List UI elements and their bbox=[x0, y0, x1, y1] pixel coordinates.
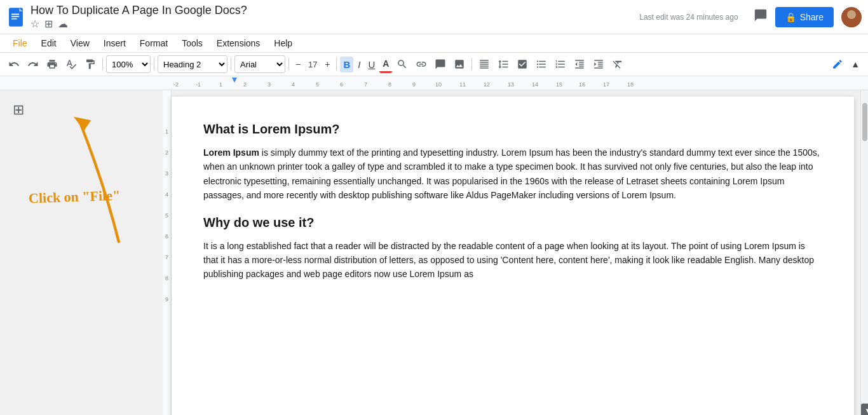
image-button[interactable] bbox=[451, 56, 468, 72]
share-button[interactable]: 🔒 Share bbox=[775, 7, 834, 27]
para-1-rest: is simply dummy text of the printing and… bbox=[203, 147, 820, 200]
menu-tools[interactable]: Tools bbox=[175, 36, 209, 51]
ruler: -2 -1 1 2 3 4 5 6 7 8 9 10 11 12 13 14 1… bbox=[0, 76, 868, 90]
menu-view[interactable]: View bbox=[64, 36, 96, 51]
left-panel: ⊞ 123456789 Click on "File" bbox=[0, 90, 172, 415]
line-spacing-button[interactable] bbox=[494, 56, 512, 72]
svg-text:9: 9 bbox=[412, 81, 416, 88]
scrollbar-thumb[interactable] bbox=[862, 103, 867, 141]
toolbar: 100% 75% 125% Heading 2 Normal text Head… bbox=[0, 53, 868, 76]
svg-text:6: 6 bbox=[340, 81, 343, 88]
menu-extensions[interactable]: Extensions bbox=[210, 36, 266, 51]
main-area: ⊞ 123456789 Click on "File" What is Lore… bbox=[0, 90, 868, 415]
link-button[interactable] bbox=[412, 56, 430, 72]
menu-insert[interactable]: Insert bbox=[97, 36, 132, 51]
zoom-select[interactable]: 100% 75% 125% bbox=[106, 55, 151, 73]
document-content: What is Lorem Ipsum? Lorem Ipsum is simp… bbox=[203, 122, 822, 282]
title-area: How To Duplicate A Page In Google Docs? … bbox=[31, 4, 634, 30]
para-lorem-2: It is a long established fact that a rea… bbox=[203, 239, 822, 282]
svg-text:-2: -2 bbox=[173, 81, 179, 88]
menu-edit[interactable]: Edit bbox=[35, 36, 63, 51]
title-bar: How To Duplicate A Page In Google Docs? … bbox=[0, 0, 868, 34]
svg-point-7 bbox=[844, 20, 859, 27]
bold-button[interactable]: B bbox=[340, 57, 353, 72]
print-button[interactable] bbox=[43, 56, 61, 72]
bold-text: Lorem Ipsum bbox=[203, 147, 259, 158]
highlight-button[interactable] bbox=[393, 56, 411, 72]
toolbar-separator-5 bbox=[336, 58, 337, 71]
bullets-button[interactable] bbox=[532, 56, 550, 72]
font-select[interactable]: Arial Times New Roman bbox=[234, 55, 285, 73]
svg-text:12: 12 bbox=[484, 81, 490, 88]
svg-text:3: 3 bbox=[268, 81, 271, 88]
svg-text:18: 18 bbox=[627, 81, 634, 88]
svg-text:1: 1 bbox=[219, 81, 222, 88]
comments-button[interactable] bbox=[754, 8, 768, 25]
svg-text:4: 4 bbox=[292, 81, 295, 88]
ruler-inner: -2 -1 1 2 3 4 5 6 7 8 9 10 11 12 13 14 1… bbox=[172, 76, 868, 90]
svg-text:-1: -1 bbox=[196, 81, 201, 88]
paint-format-button[interactable] bbox=[81, 56, 99, 72]
decrease-indent-button[interactable] bbox=[571, 56, 588, 72]
page-structure-icon[interactable]: ⊞ bbox=[13, 102, 24, 118]
svg-point-6 bbox=[847, 10, 856, 19]
menu-format[interactable]: Format bbox=[133, 36, 174, 51]
svg-text:13: 13 bbox=[508, 81, 514, 88]
menu-help[interactable]: Help bbox=[268, 36, 299, 51]
annotation-text: Click on "File" bbox=[29, 187, 121, 207]
scroll-down-button[interactable]: ▼ bbox=[861, 404, 868, 415]
annotation-arrow bbox=[35, 103, 175, 255]
cloud-status-icon[interactable]: ☁ bbox=[58, 18, 68, 30]
toolbar-separator-4 bbox=[288, 58, 289, 71]
italic-button[interactable]: I bbox=[355, 57, 363, 72]
heading-why-use: Why do we use it? bbox=[203, 215, 822, 230]
avatar[interactable] bbox=[841, 7, 862, 27]
toolbar-separator-1 bbox=[102, 58, 103, 71]
undo-button[interactable] bbox=[5, 56, 23, 72]
last-edit-status: Last edit was 24 minutes ago bbox=[639, 13, 738, 22]
redo-button[interactable] bbox=[24, 56, 42, 72]
svg-text:17: 17 bbox=[603, 81, 609, 88]
svg-rect-5 bbox=[11, 18, 17, 19]
scrollbar[interactable]: ▼ bbox=[860, 90, 868, 415]
font-color-button[interactable]: A bbox=[379, 56, 392, 73]
font-size-increase-button[interactable]: + bbox=[322, 57, 333, 72]
document-page[interactable]: What is Lorem Ipsum? Lorem Ipsum is simp… bbox=[172, 97, 854, 415]
toolbar-separator-3 bbox=[231, 58, 231, 71]
font-size-value[interactable]: 17 bbox=[305, 58, 320, 71]
svg-text:16: 16 bbox=[579, 81, 585, 88]
svg-text:7: 7 bbox=[364, 81, 367, 88]
underline-button[interactable]: U bbox=[365, 57, 378, 72]
add-to-drive-icon[interactable]: ⊞ bbox=[44, 18, 53, 30]
menu-bar: File Edit View Insert Format Tools Exten… bbox=[0, 34, 868, 53]
docs-logo-icon bbox=[6, 6, 25, 29]
header-right: 🔒 Share bbox=[754, 7, 862, 27]
share-label: Share bbox=[800, 12, 824, 22]
style-select[interactable]: Heading 2 Normal text Heading 1 Heading … bbox=[158, 55, 227, 73]
svg-text:11: 11 bbox=[459, 81, 466, 88]
svg-rect-4 bbox=[11, 16, 20, 17]
svg-text:10: 10 bbox=[435, 81, 442, 88]
svg-rect-3 bbox=[11, 13, 20, 15]
font-size-decrease-button[interactable]: − bbox=[292, 57, 304, 72]
svg-text:8: 8 bbox=[388, 81, 391, 88]
svg-text:2: 2 bbox=[243, 81, 247, 88]
doc-title[interactable]: How To Duplicate A Page In Google Docs? bbox=[31, 4, 634, 17]
increase-indent-button[interactable] bbox=[590, 56, 607, 72]
align-button[interactable] bbox=[475, 56, 493, 72]
menu-file[interactable]: File bbox=[6, 36, 34, 51]
chevron-up-button[interactable]: ▲ bbox=[848, 57, 863, 72]
toolbar-separator-2 bbox=[154, 58, 154, 71]
para-lorem-1: Lorem Ipsum is simply dummy text of the … bbox=[203, 146, 822, 203]
clear-formatting-button[interactable] bbox=[609, 56, 627, 72]
svg-text:14: 14 bbox=[532, 81, 538, 88]
svg-rect-8 bbox=[172, 76, 868, 90]
star-icon[interactable]: ☆ bbox=[31, 18, 39, 30]
svg-text:15: 15 bbox=[556, 81, 562, 88]
comment-button[interactable] bbox=[431, 56, 449, 72]
spell-check-button[interactable] bbox=[62, 56, 80, 72]
checklist-button[interactable] bbox=[513, 56, 531, 72]
toolbar-separator-6 bbox=[471, 58, 472, 71]
numbered-list-button[interactable] bbox=[552, 56, 569, 72]
suggest-edits-button[interactable] bbox=[829, 56, 846, 72]
